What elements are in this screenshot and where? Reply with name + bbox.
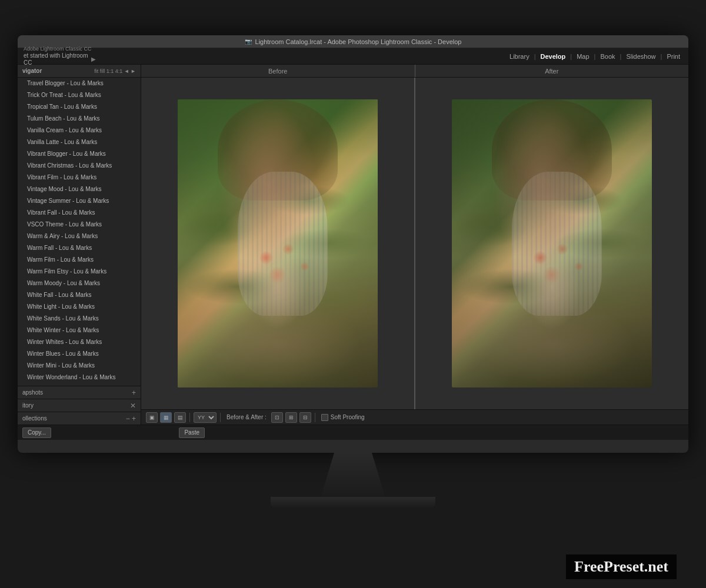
preset-item[interactable]: Warm Fall - Lou & Marks — [18, 242, 141, 254]
sidebar-controls: fit fill 1:1 4:1 ◄ ► — [94, 68, 136, 74]
snapshots-title: apshots — [22, 389, 43, 396]
watermark-text: FreePreset.net — [574, 558, 668, 575]
preset-item[interactable]: Warm & Airy - Lou & Marks — [18, 230, 141, 242]
collections-title: ollections — [22, 415, 47, 422]
photo-before-image — [178, 99, 378, 387]
app-header-left: Adobe Lightroom Classic CC et started wi… — [24, 46, 96, 66]
snapshots-add-btn[interactable]: + — [132, 389, 136, 396]
photo-content-before — [178, 99, 378, 387]
sidebar-header: vigator fit fill 1:1 4:1 ◄ ► — [18, 65, 141, 78]
copy-paste-bar: Copy... Paste — [18, 425, 688, 440]
collections-btns[interactable]: − + — [126, 415, 136, 422]
soft-proofing-checkbox[interactable] — [321, 414, 328, 421]
preset-item[interactable]: Winter Blues - Lou & Marks — [18, 348, 141, 360]
app-icon: 📷 — [245, 38, 252, 45]
nav-map[interactable]: Map — [574, 52, 591, 61]
history-title: itory — [22, 402, 34, 409]
app-brand: Adobe Lightroom Classic CC — [24, 46, 96, 52]
after-label-text: After — [545, 68, 558, 75]
preset-item[interactable]: Travel Blogger - Lou & Marks — [18, 78, 141, 89]
preset-item[interactable]: Vanilla Cream - Lou & Marks — [18, 125, 141, 136]
nav-library[interactable]: Library — [507, 52, 532, 61]
photo-before — [141, 78, 415, 409]
nav-sep-1: | — [534, 53, 536, 60]
nav-sep-4: | — [620, 53, 622, 60]
preset-item[interactable]: Tulum Beach - Lou & Marks — [18, 113, 141, 125]
lightroom-window: 📷 Lightroom Catalog.lrcat - Adobe Photos… — [18, 35, 688, 453]
ba-text: Before & After : — [227, 414, 267, 420]
preset-item[interactable]: Vibrant Blogger - Lou & Marks — [18, 148, 141, 160]
before-label: Before — [141, 65, 415, 77]
nav-sep-3: | — [594, 53, 596, 60]
photo-area — [141, 78, 688, 409]
view-btn-1[interactable]: ▣ — [146, 412, 158, 423]
sidebar: vigator fit fill 1:1 4:1 ◄ ► Travel Blog… — [18, 65, 141, 425]
photo-after-image — [452, 99, 652, 387]
view-btn-2[interactable]: ▦ — [160, 412, 172, 423]
ba-btn-3[interactable]: ⊟ — [299, 412, 311, 423]
nav-sep-2: | — [570, 53, 572, 60]
nav-sep-5: | — [661, 53, 662, 60]
zoom-select[interactable]: YY — [194, 412, 217, 423]
collections-section[interactable]: ollections − + — [18, 412, 141, 425]
main-layout: vigator fit fill 1:1 4:1 ◄ ► Travel Blog… — [18, 65, 688, 425]
nav-book[interactable]: Book — [598, 52, 617, 61]
preset-item[interactable]: White Winter - Lou & Marks — [18, 325, 141, 336]
toolbar-sep-3 — [315, 413, 315, 422]
preset-item[interactable]: Winter Mini - Lou & Marks — [18, 360, 141, 372]
monitor-base — [271, 497, 435, 509]
preset-list[interactable]: Travel Blogger - Lou & Marks Trick Or Tr… — [18, 78, 141, 386]
preset-item[interactable]: Vibrant Christmas - Lou & Marks — [18, 160, 141, 172]
preset-item[interactable]: Vibrant Fall - Lou & Marks — [18, 207, 141, 219]
preset-item[interactable]: Vanilla Latte - Lou & Marks — [18, 136, 141, 148]
preset-item[interactable]: Winter Whites - Lou & Marks — [18, 336, 141, 348]
history-close-btn[interactable]: ✕ — [130, 402, 136, 409]
preset-item[interactable]: Warm Film - Lou & Marks — [18, 254, 141, 266]
ba-btn-2[interactable]: ⊞ — [285, 412, 297, 423]
preset-item[interactable]: Winter Wonderland - Lou & Marks — [18, 372, 141, 383]
paste-button[interactable]: Paste — [179, 427, 205, 438]
toolbar-sep-2 — [220, 413, 221, 422]
preset-item[interactable]: White Sands - Lou & Marks — [18, 313, 141, 325]
preset-item[interactable]: Vintage Mood - Lou & Marks — [18, 183, 141, 195]
title-bar-text: Lightroom Catalog.lrcat - Adobe Photosho… — [255, 38, 462, 45]
nav-print[interactable]: Print — [664, 52, 682, 61]
nav-bar: Library | Develop | Map | Book | Slidesh… — [96, 50, 682, 63]
copy-button[interactable]: Copy... — [22, 427, 51, 438]
content-area: Before After — [141, 65, 688, 425]
photo-after — [415, 78, 688, 409]
photo-bg-after — [452, 99, 652, 387]
photo-content-after — [452, 99, 652, 387]
nav-develop[interactable]: Develop — [538, 52, 568, 61]
preset-item[interactable]: Trick Or Treat - Lou & Marks — [18, 89, 141, 101]
subtitle-arrow: ▶ — [91, 56, 96, 63]
preset-item[interactable]: White Light - Lou & Marks — [18, 301, 141, 313]
photo-bg-before — [178, 99, 378, 387]
preset-item[interactable]: Warm Film Etsy - Lou & Marks — [18, 266, 141, 278]
preset-item[interactable]: Vintage Summer - Lou & Marks — [18, 195, 141, 207]
toolbar-sep-1 — [189, 413, 190, 422]
before-label-text: Before — [268, 68, 287, 75]
bottom-toolbar: ▣ ▦ ▤ YY Before & After : ⊡ ⊞ ⊟ Soft Pro… — [141, 409, 688, 425]
preset-item[interactable]: VSCO Theme - Lou & Marks — [18, 219, 141, 230]
ba-labels: Before After — [141, 65, 688, 78]
preset-item[interactable]: White Fall - Lou & Marks — [18, 289, 141, 301]
snapshots-section[interactable]: apshots + — [18, 386, 141, 399]
monitor-stand — [306, 453, 400, 500]
preset-item[interactable]: Vibrant Film - Lou & Marks — [18, 172, 141, 183]
preset-item[interactable]: Warm Moody - Lou & Marks — [18, 278, 141, 289]
preset-item[interactable]: Tropical Tan - Lou & Marks — [18, 101, 141, 113]
ba-btn-1[interactable]: ⊡ — [271, 412, 283, 423]
history-section[interactable]: itory ✕ — [18, 399, 141, 412]
app-header: Adobe Lightroom Classic CC et started wi… — [18, 48, 688, 65]
watermark: FreePreset.net — [566, 554, 677, 579]
soft-proofing: Soft Proofing — [321, 414, 365, 421]
soft-proofing-label: Soft Proofing — [331, 414, 365, 420]
after-label: After — [415, 65, 689, 77]
title-bar: 📷 Lightroom Catalog.lrcat - Adobe Photos… — [18, 35, 688, 48]
sidebar-title: vigator — [22, 68, 42, 74]
nav-slideshow[interactable]: Slideshow — [624, 52, 658, 61]
view-btn-3[interactable]: ▤ — [174, 412, 186, 423]
